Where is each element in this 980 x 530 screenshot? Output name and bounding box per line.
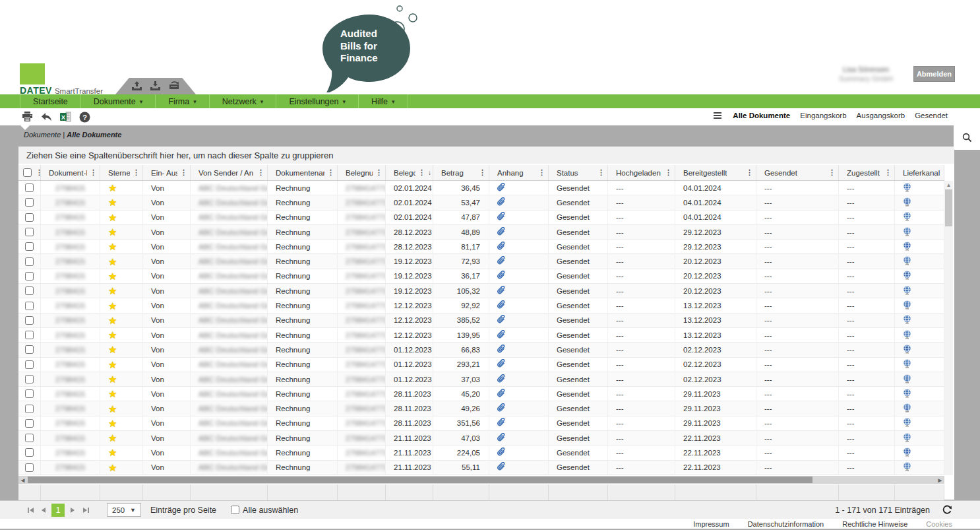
footer-link-rechtliche-hinweise[interactable]: Rechtliche Hinweise [842,520,907,528]
column-header-art[interactable]: Dokumentenart⋮ [268,165,338,180]
column-menu-icon[interactable]: ⋮ [373,168,385,177]
vertical-scrollbar[interactable]: ▲ [944,181,953,475]
attachment-icon[interactable] [497,447,506,458]
row-checkbox[interactable] [25,198,34,207]
row-checkbox[interactable] [25,463,34,472]
attachment-icon[interactable] [497,227,506,238]
star-icon[interactable]: ★ [108,301,117,311]
star-icon[interactable]: ★ [108,404,117,414]
menu-item-einstellungen[interactable]: Einstellungen▾ [276,94,358,108]
row-checkbox[interactable] [25,405,34,413]
table-row[interactable]: 2798415★VonABC Deutschland GmbHRechnung2… [18,298,944,313]
row-checkbox[interactable] [25,228,34,236]
prev-page-icon[interactable] [37,504,50,517]
row-checkbox[interactable] [25,302,34,310]
row-checkbox[interactable] [25,448,34,457]
star-icon[interactable]: ★ [108,389,117,399]
next-page-icon[interactable] [66,504,79,517]
column-header-lieferkanal[interactable]: Lieferkanal [895,165,944,180]
upload-icon[interactable] [131,81,142,91]
table-row[interactable]: 2798415★VonABC Deutschland GmbHRechnung2… [18,181,944,195]
row-checkbox[interactable] [25,183,34,192]
star-icon[interactable]: ★ [108,257,117,267]
scroll-left-icon[interactable]: ◄ [18,476,27,484]
attachment-icon[interactable] [497,183,506,193]
table-row[interactable]: 2798415★VonABC Deutschland GmbHRechnung2… [18,269,944,284]
download-icon[interactable] [150,81,161,91]
attachment-icon[interactable] [497,197,506,208]
attachment-icon[interactable] [497,433,506,444]
table-row[interactable]: 2798415★VonABC Deutschland GmbHRechnung2… [18,211,944,225]
attachment-icon[interactable] [497,242,506,252]
attachment-icon[interactable] [497,359,506,370]
column-menu-icon[interactable]: ⋮ [476,168,489,177]
attachment-icon[interactable] [497,315,506,325]
footer-link-datenschutz[interactable]: Datenschutzinformation [748,520,824,528]
attachment-icon[interactable] [497,462,506,473]
star-icon[interactable]: ★ [108,227,117,237]
star-icon[interactable]: ★ [108,418,117,428]
column-menu-icon[interactable]: ⋮ [882,168,894,177]
column-menu-icon[interactable]: ⋮ [743,168,756,177]
attachment-icon[interactable] [497,389,506,399]
refresh-icon[interactable] [942,505,952,515]
star-icon[interactable]: ★ [108,330,117,340]
star-icon[interactable]: ★ [108,197,117,207]
footer-link-impressum[interactable]: Impressum [693,520,729,528]
table-row[interactable]: 2798415★VonABC Deutschland GmbHRechnung2… [18,328,944,343]
tab-gesendet[interactable]: Gesendet [915,112,948,119]
column-header-belegnummer[interactable]: Belegnummer⋮ [338,165,386,180]
table-row[interactable]: 2798415★VonABC Deutschland GmbHRechnung2… [18,358,944,372]
star-icon[interactable]: ★ [108,360,117,370]
table-row[interactable]: 2798415★VonABC Deutschland GmbHRechnung2… [18,401,944,416]
column-menu-icon[interactable]: ⋮ [415,168,428,177]
send-receive-icon[interactable] [168,81,180,91]
tab-eingangskorb[interactable]: Eingangskorb [800,112,846,119]
tab-alle-dokumente[interactable]: Alle Dokumente [733,112,790,119]
column-header-status[interactable]: Status⋮ [549,165,608,180]
star-icon[interactable]: ★ [108,345,117,354]
column-menu-icon[interactable]: ⋮ [130,168,142,177]
column-header-partner[interactable]: Von Sender / An Em...⋮ [191,165,268,180]
row-checkbox[interactable] [25,242,34,251]
attachment-icon[interactable] [497,212,506,222]
table-row[interactable]: 2798415★VonABC Deutschland GmbHRechnung2… [18,343,944,357]
column-header-richtung[interactable]: Ein- Ausga...⋮ [143,165,191,180]
star-icon[interactable]: ★ [108,463,117,473]
attachment-icon[interactable] [497,403,506,414]
column-menu-icon[interactable]: ⋮ [177,168,190,177]
row-checkbox[interactable] [25,375,34,383]
select-all-control[interactable]: Alle auswählen [231,506,298,515]
table-row[interactable]: 2798415★VonABC Deutschland GmbHRechnung2… [18,225,944,240]
select-all-checkbox[interactable] [231,506,239,514]
column-header-bereitgestellt[interactable]: Bereitgestellt⋮ [675,165,756,180]
star-icon[interactable]: ★ [108,315,117,325]
table-row[interactable]: 2798415★VonABC Deutschland GmbHRechnung2… [18,387,944,401]
table-row[interactable]: 2798415★VonABC Deutschland GmbHRechnung2… [18,416,944,431]
table-row[interactable]: 2798415★VonABC Deutschland GmbHRechnung2… [18,254,944,269]
table-row[interactable]: 2798415★VonABC Deutschland GmbHRechnung2… [18,431,944,446]
row-checkbox[interactable] [25,213,34,222]
star-icon[interactable]: ★ [108,213,117,222]
attachment-icon[interactable] [497,286,506,296]
scroll-up-icon[interactable]: ▲ [944,181,953,189]
row-checkbox[interactable] [25,389,34,398]
table-row[interactable]: 2798415★VonABC Deutschland GmbHRechnung2… [18,195,944,210]
column-menu-icon[interactable]: ⋮ [255,168,267,177]
footer-link-cookies[interactable]: Cookies [926,520,952,528]
menu-item-hilfe[interactable]: Hilfe▾ [358,94,408,108]
table-row[interactable]: 2798415★VonABC Deutschland GmbHRechnung2… [18,446,944,460]
vertical-scrollbar-thumb[interactable] [945,189,952,226]
star-icon[interactable]: ★ [108,286,117,296]
row-checkbox[interactable] [25,419,34,428]
row-checkbox[interactable] [25,345,34,354]
row-checkbox[interactable] [25,331,34,339]
star-icon[interactable]: ★ [108,374,117,384]
table-row[interactable]: 2798415★VonABC Deutschland GmbHRechnung2… [18,372,944,387]
column-header-sterne[interactable]: Sterne⋮ [100,165,143,180]
column-header-dokument_id[interactable]: Dokument-ID⋮ [41,165,100,180]
help-icon[interactable]: ? [78,111,90,123]
column-menu-icon[interactable]: ⋮ [536,168,548,177]
attachment-icon[interactable] [497,271,506,281]
last-page-icon[interactable] [79,504,92,517]
